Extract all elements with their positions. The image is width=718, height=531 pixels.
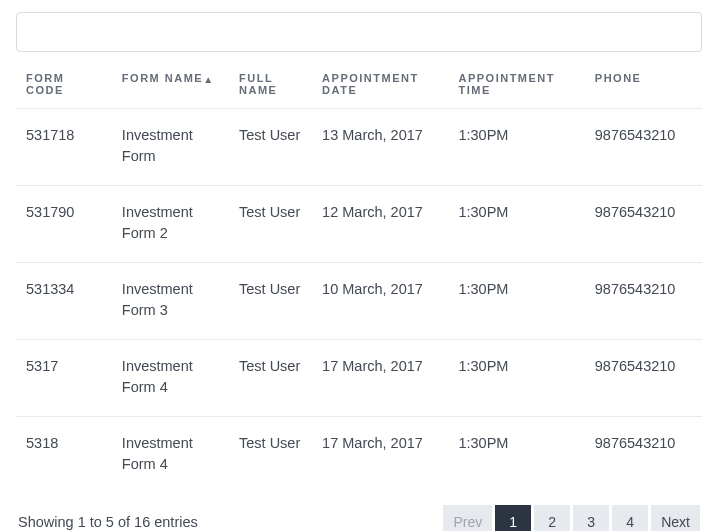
cell-form-name: Investment Form (112, 109, 229, 186)
cell-full-name: Test User (229, 417, 312, 494)
col-header-appointment-date[interactable]: APPOINTMENT DATE (312, 62, 448, 109)
cell-phone: 9876543210 (585, 263, 702, 340)
table-row: 5318 Investment Form 4 Test User 17 Marc… (16, 417, 702, 494)
col-header-form-code[interactable]: FORM CODE (16, 62, 112, 109)
col-header-full-name[interactable]: FULL NAME (229, 62, 312, 109)
col-header-label: FORM CODE (26, 72, 64, 96)
cell-appointment-date: 12 March, 2017 (312, 186, 448, 263)
cell-appointment-time: 1:30PM (448, 263, 584, 340)
table-row: 5317 Investment Form 4 Test User 17 Marc… (16, 340, 702, 417)
cell-form-code: 531718 (16, 109, 112, 186)
cell-form-name: Investment Form 4 (112, 340, 229, 417)
cell-appointment-time: 1:30PM (448, 186, 584, 263)
pagination: Prev 1 2 3 4 Next (440, 505, 700, 531)
cell-full-name: Test User (229, 186, 312, 263)
cell-full-name: Test User (229, 109, 312, 186)
data-table: FORM CODE FORM NAME▲ FULL NAME APPOINTME… (16, 62, 702, 493)
cell-appointment-time: 1:30PM (448, 417, 584, 494)
table-row: 531718 Investment Form Test User 13 Marc… (16, 109, 702, 186)
cell-form-code: 5317 (16, 340, 112, 417)
page-4-button[interactable]: 4 (612, 505, 648, 531)
cell-phone: 9876543210 (585, 340, 702, 417)
cell-appointment-date: 10 March, 2017 (312, 263, 448, 340)
col-header-label: FORM NAME (122, 72, 203, 84)
page-prev-button[interactable]: Prev (443, 505, 492, 531)
page-2-button[interactable]: 2 (534, 505, 570, 531)
table-info: Showing 1 to 5 of 16 entries (18, 514, 198, 530)
cell-appointment-date: 17 March, 2017 (312, 340, 448, 417)
cell-form-code: 531334 (16, 263, 112, 340)
cell-phone: 9876543210 (585, 109, 702, 186)
cell-full-name: Test User (229, 340, 312, 417)
col-header-label: FULL NAME (239, 72, 277, 96)
cell-appointment-time: 1:30PM (448, 340, 584, 417)
cell-form-name: Investment Form 3 (112, 263, 229, 340)
cell-appointment-date: 17 March, 2017 (312, 417, 448, 494)
col-header-label: PHONE (595, 72, 642, 84)
col-header-label: APPOINTMENT TIME (458, 72, 555, 96)
cell-form-name: Investment Form 2 (112, 186, 229, 263)
cell-full-name: Test User (229, 263, 312, 340)
cell-form-code: 531790 (16, 186, 112, 263)
table-row: 531790 Investment Form 2 Test User 12 Ma… (16, 186, 702, 263)
col-header-label: APPOINTMENT DATE (322, 72, 419, 96)
col-header-form-name[interactable]: FORM NAME▲ (112, 62, 229, 109)
page-1-button[interactable]: 1 (495, 505, 531, 531)
cell-form-code: 5318 (16, 417, 112, 494)
col-header-phone[interactable]: PHONE (585, 62, 702, 109)
col-header-appointment-time[interactable]: APPOINTMENT TIME (448, 62, 584, 109)
cell-appointment-time: 1:30PM (448, 109, 584, 186)
table-row: 531334 Investment Form 3 Test User 10 Ma… (16, 263, 702, 340)
cell-phone: 9876543210 (585, 186, 702, 263)
page-next-button[interactable]: Next (651, 505, 700, 531)
sort-asc-icon: ▲ (203, 74, 214, 85)
cell-phone: 9876543210 (585, 417, 702, 494)
cell-form-name: Investment Form 4 (112, 417, 229, 494)
cell-appointment-date: 13 March, 2017 (312, 109, 448, 186)
search-input[interactable] (16, 12, 702, 52)
page-3-button[interactable]: 3 (573, 505, 609, 531)
